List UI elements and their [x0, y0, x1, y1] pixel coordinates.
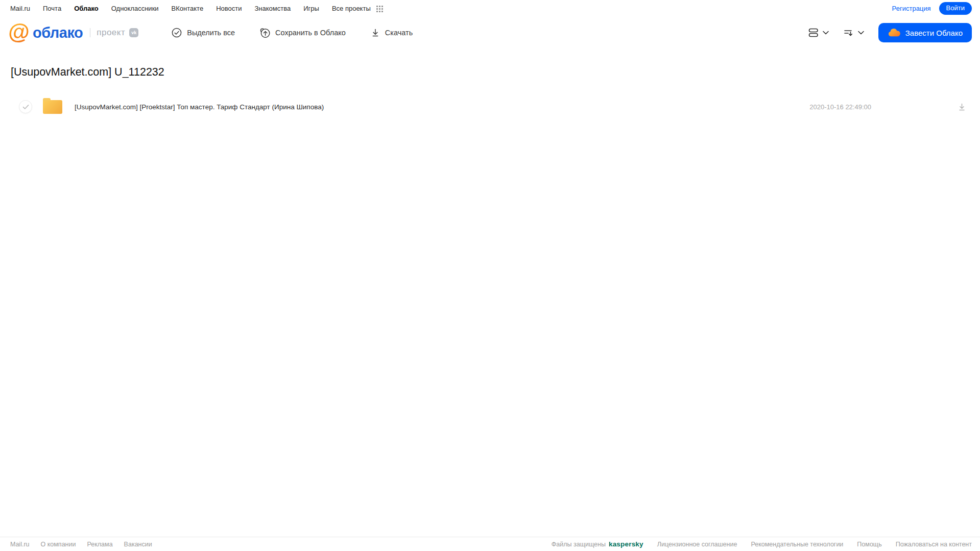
download-icon [370, 27, 380, 38]
cloud-logo[interactable]: @ облако [8, 22, 83, 44]
footer-link-report-content[interactable]: Пожаловаться на контент [896, 541, 972, 548]
cloud-header: @ облако проект vk Выделить все [0, 17, 980, 49]
topnav-mailru[interactable]: Mail.ru [10, 5, 30, 12]
check-circle-icon [171, 27, 182, 38]
select-all-label: Выделить все [187, 29, 235, 37]
get-cloud-button[interactable]: Завести Облако [878, 23, 972, 42]
logo-divider [90, 28, 90, 37]
topnav-cloud[interactable]: Облако [74, 5, 99, 12]
file-name-link[interactable]: [UsupovMarket.com] [Proektstar] Топ маст… [75, 103, 324, 111]
topnav-dating[interactable]: Знакомства [254, 5, 291, 12]
select-all-button[interactable]: Выделить все [171, 27, 235, 38]
file-toolbar: Выделить все Сохранить в Облако [171, 27, 413, 38]
view-mode-button[interactable] [808, 28, 829, 38]
cloud-upload-icon [259, 27, 271, 38]
footer: Mail.ru О компании Реклама Вакансии Файл… [0, 537, 980, 551]
footer-left-links: Mail.ru О компании Реклама Вакансии [10, 541, 152, 548]
row-checkbox[interactable] [19, 100, 32, 113]
download-icon [957, 102, 967, 112]
get-cloud-label: Завести Облако [905, 29, 963, 37]
logo-text: облако [33, 25, 83, 41]
topnav-auth-area: Регистрация Войти [892, 2, 972, 14]
footer-link-recommend-tech[interactable]: Рекомендательные технологии [751, 541, 843, 548]
footer-right-links: Файлы защищены kaspersky Лицензионное со… [552, 540, 972, 548]
chevron-down-icon [858, 31, 864, 35]
footer-link-mailru[interactable]: Mail.ru [10, 541, 30, 548]
sort-icon [843, 28, 854, 38]
footer-link-ads[interactable]: Реклама [87, 541, 112, 548]
topnav-all-projects[interactable]: Все проекты [332, 5, 371, 12]
top-portal-nav: Mail.ru Почта Облако Одноклассники ВКонт… [0, 0, 980, 17]
project-label: проект [97, 28, 125, 38]
sort-button[interactable] [843, 28, 864, 38]
vk-badge-icon: vk [129, 28, 138, 37]
header-right-controls: Завести Облако [808, 23, 972, 42]
save-to-cloud-label: Сохранить в Облако [275, 29, 346, 37]
checkmark-icon [22, 104, 29, 110]
download-button[interactable]: Скачать [370, 27, 413, 38]
topnav-vkontakte[interactable]: ВКонтакте [172, 5, 204, 12]
folder-icon [43, 100, 62, 114]
kaspersky-logo[interactable]: kaspersky [609, 540, 643, 548]
apps-grid-icon[interactable] [376, 6, 383, 12]
cloud-icon [888, 28, 900, 37]
footer-link-jobs[interactable]: Вакансии [124, 541, 152, 548]
file-row[interactable]: [UsupovMarket.com] [Proektstar] Топ маст… [0, 94, 980, 119]
mailru-at-icon: @ [8, 21, 30, 43]
footer-link-license[interactable]: Лицензионное соглашение [657, 541, 737, 548]
login-button[interactable]: Войти [939, 2, 972, 14]
kaspersky-protected: Файлы защищены kaspersky [552, 540, 643, 548]
content-area: [UsupovMarket.com] U_112232 [UsupovMarke… [0, 66, 980, 119]
footer-link-help[interactable]: Помощь [857, 541, 881, 548]
topnav-odnoklassniki[interactable]: Одноклассники [111, 5, 159, 12]
page-title: [UsupovMarket.com] U_112232 [11, 66, 980, 79]
list-view-icon [808, 28, 819, 38]
footer-link-about[interactable]: О компании [41, 541, 76, 548]
download-label: Скачать [385, 29, 413, 37]
topnav-games[interactable]: Игры [303, 5, 319, 12]
topnav-mail[interactable]: Почта [43, 5, 61, 12]
save-to-cloud-button[interactable]: Сохранить в Облако [259, 27, 346, 38]
protected-label: Файлы защищены [552, 541, 606, 548]
topnav-news[interactable]: Новости [216, 5, 242, 12]
register-link[interactable]: Регистрация [892, 5, 931, 12]
chevron-down-icon [823, 31, 829, 35]
row-download-button[interactable] [957, 102, 967, 112]
file-date: 2020-10-16 22:49:00 [809, 103, 871, 111]
